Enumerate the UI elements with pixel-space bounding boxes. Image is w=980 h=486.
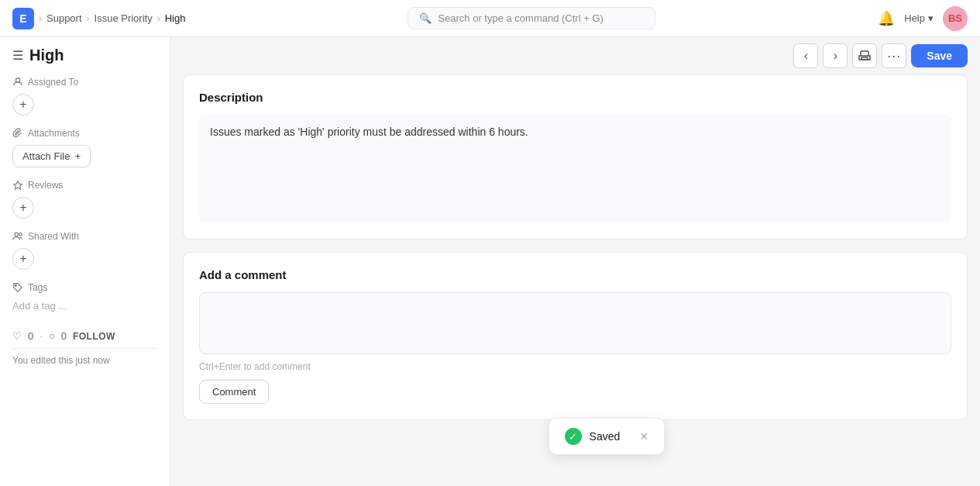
next-button[interactable]: › [823, 43, 848, 68]
heart-count: 0 [28, 330, 33, 342]
sidebar-footer: ♡ 0 · ○ 0 FOLLOW You edited this just no… [12, 330, 157, 366]
more-options-button[interactable]: ··· [882, 43, 906, 68]
avatar[interactable]: BS [943, 6, 968, 31]
svg-rect-6 [861, 57, 868, 60]
breadcrumb-chevron-3: › [157, 13, 160, 24]
save-button[interactable]: Save [911, 44, 968, 67]
app-icon[interactable]: E [12, 8, 34, 29]
reactions-bar: ♡ 0 · ○ 0 FOLLOW [12, 330, 157, 342]
breadcrumb-current: High [165, 12, 186, 24]
activity-time: just now [76, 355, 110, 366]
add-review-button[interactable]: + [12, 197, 34, 219]
description-card: Description Issues marked as 'High' prio… [183, 74, 968, 240]
attach-plus-icon: + [74, 150, 81, 162]
svg-point-3 [19, 233, 22, 236]
attachments-label: Attachments [28, 128, 80, 139]
menu-toggle-button[interactable]: ☰ [12, 48, 23, 63]
breadcrumb-chevron-1: › [39, 13, 42, 24]
comment-button[interactable]: Comment [199, 380, 269, 404]
sidebar: ☰ High Assigned To + Attachments Attach … [0, 37, 170, 486]
svg-point-0 [15, 78, 19, 82]
comment-title: Add a comment [199, 268, 951, 281]
breadcrumb-issue-priority[interactable]: Issue Priority [95, 12, 153, 24]
toast-close-button[interactable]: × [640, 429, 648, 445]
notifications-button[interactable]: 🔔 [878, 10, 895, 27]
svg-rect-5 [861, 51, 868, 56]
svg-point-2 [15, 233, 18, 236]
add-tag-area: Add a tag ... [12, 299, 67, 312]
reviews-section: Reviews [12, 180, 157, 191]
comment-input[interactable] [199, 292, 951, 354]
paperclip-icon [12, 128, 23, 139]
print-button[interactable] [852, 43, 877, 68]
saved-toast: ✓ Saved × [548, 418, 665, 455]
comment-count: 0 [61, 330, 67, 342]
search-area: 🔍 Search or type a command (Ctrl + G) [185, 7, 878, 29]
breadcrumb-chevron-2: › [87, 13, 90, 24]
follow-button[interactable]: FOLLOW [73, 331, 115, 342]
chevron-down-icon: ▾ [928, 12, 934, 24]
main-layout: ☰ High Assigned To + Attachments Attach … [0, 37, 980, 486]
reviews-label: Reviews [28, 180, 63, 191]
top-navigation: E › Support › Issue Priority › High 🔍 Se… [0, 0, 980, 37]
tag-icon [12, 282, 23, 293]
print-icon [858, 50, 871, 62]
assigned-to-section: Assigned To [12, 77, 157, 88]
add-shared-with-button[interactable]: + [12, 248, 34, 270]
tags-label: Tags [28, 282, 47, 293]
search-icon: 🔍 [419, 12, 432, 24]
activity-description: You edited this [12, 355, 73, 366]
add-assigned-to-button[interactable]: + [12, 94, 34, 115]
page-title: High [29, 47, 64, 64]
star-icon [12, 180, 23, 191]
add-tag-placeholder[interactable]: Add a tag ... [12, 300, 67, 312]
shared-with-section: Shared With [12, 231, 157, 242]
comment-card: Add a comment Ctrl+Enter to add comment … [183, 252, 968, 420]
tags-section: Tags [12, 282, 157, 293]
toolbar: ‹ › ··· Save [793, 43, 968, 68]
help-button[interactable]: Help ▾ [904, 12, 934, 24]
search-bar[interactable]: 🔍 Search or type a command (Ctrl + G) [407, 7, 655, 29]
shared-with-label: Shared With [28, 231, 79, 242]
users-icon [12, 231, 23, 242]
assigned-to-label: Assigned To [28, 77, 78, 88]
toast-message: Saved [590, 430, 621, 443]
prev-button[interactable]: ‹ [793, 43, 818, 68]
activity-text: You edited this just now [12, 355, 157, 366]
svg-point-4 [15, 285, 17, 287]
search-placeholder-text: Search or type a command (Ctrl + G) [438, 12, 603, 24]
heart-icon: ♡ [12, 330, 22, 342]
comment-icon: ○ [49, 330, 55, 342]
check-circle-icon: ✓ [565, 428, 582, 445]
description-content: Issues marked as 'High' priority must be… [199, 115, 951, 223]
help-label: Help [904, 12, 925, 24]
user-icon [12, 77, 23, 88]
comment-hint: Ctrl+Enter to add comment [199, 361, 951, 372]
attach-file-label: Attach File [22, 150, 70, 162]
svg-marker-1 [14, 181, 22, 190]
description-title: Description [199, 91, 951, 104]
sidebar-header: ☰ High [12, 47, 157, 64]
attachments-section: Attachments [12, 128, 157, 139]
divider [12, 348, 157, 349]
breadcrumb: E › Support › Issue Priority › High [12, 8, 185, 29]
breadcrumb-support[interactable]: Support [46, 12, 82, 24]
attach-file-button[interactable]: Attach File + [12, 145, 91, 167]
topnav-right: 🔔 Help ▾ BS [878, 6, 968, 31]
